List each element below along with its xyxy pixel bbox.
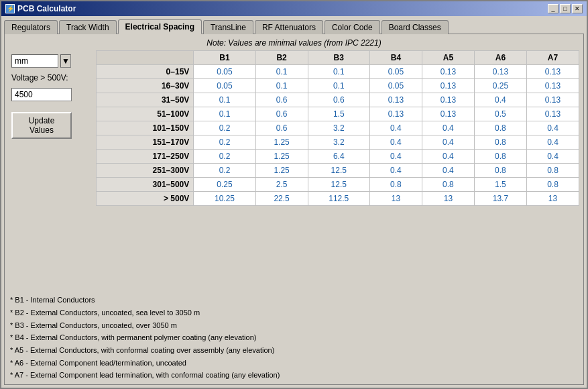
row-header: 51–100V bbox=[97, 107, 194, 121]
cell-a5: 0.13 bbox=[422, 93, 474, 107]
window-title: PCB Calculator bbox=[17, 4, 76, 13]
cell-a6: 0.8 bbox=[474, 121, 526, 135]
window-controls: _ □ ✕ bbox=[548, 4, 583, 13]
col-header-a7: A7 bbox=[526, 51, 579, 65]
cell-b1: 0.2 bbox=[194, 164, 255, 178]
cell-b3: 112.5 bbox=[308, 192, 369, 206]
cell-b3: 3.2 bbox=[308, 135, 369, 150]
cell-b2: 1.25 bbox=[255, 135, 308, 150]
legend-item: * A6 - External Component lead/terminati… bbox=[10, 357, 578, 370]
cell-b2: 0.1 bbox=[255, 65, 308, 79]
close-button[interactable]: ✕ bbox=[572, 4, 583, 13]
voltage-label: Voltage > 500V: bbox=[11, 73, 91, 82]
cell-b3: 0.6 bbox=[308, 93, 369, 107]
table-row: 31–50V0.10.60.60.130.130.40.13 bbox=[97, 93, 579, 107]
dropdown-arrow-icon[interactable]: ▼ bbox=[60, 54, 71, 68]
cell-b2: 0.6 bbox=[255, 107, 308, 121]
tab-regulators[interactable]: Regulators bbox=[4, 20, 58, 34]
legend-item: * B2 - External Conductors, uncoated, se… bbox=[10, 307, 578, 319]
col-header-b3: B3 bbox=[308, 51, 369, 65]
cell-b1: 0.2 bbox=[194, 121, 255, 135]
col-header-b2: B2 bbox=[255, 51, 308, 65]
cell-b4: 0.13 bbox=[369, 107, 422, 121]
cell-a6: 0.13 bbox=[474, 65, 526, 79]
tab-track-width[interactable]: Track Width bbox=[59, 20, 117, 34]
main-section: mm inch ▼ Voltage > 500V: Update Values bbox=[5, 50, 583, 290]
row-header: 301–500V bbox=[97, 178, 194, 192]
cell-b1: 0.05 bbox=[194, 65, 255, 79]
cell-b1: 0.2 bbox=[194, 150, 255, 164]
tab-electrical-spacing[interactable]: Electrical Spacing bbox=[118, 19, 202, 34]
maximize-button[interactable]: □ bbox=[560, 4, 571, 13]
update-values-button[interactable]: Update Values bbox=[11, 112, 72, 139]
cell-b2: 2.5 bbox=[255, 178, 308, 192]
cell-a5: 0.8 bbox=[422, 178, 474, 192]
cell-b3: 3.2 bbox=[308, 121, 369, 135]
cell-b3: 0.1 bbox=[308, 65, 369, 79]
col-header-a5: A5 bbox=[422, 51, 474, 65]
cell-a7: 0.13 bbox=[526, 65, 579, 79]
cell-a7: 13 bbox=[526, 192, 579, 206]
row-header: 151–170V bbox=[97, 135, 194, 150]
cell-a5: 0.13 bbox=[422, 65, 474, 79]
cell-b2: 0.1 bbox=[255, 79, 308, 93]
cell-a7: 0.8 bbox=[526, 178, 579, 192]
voltage-input[interactable] bbox=[11, 88, 72, 101]
cell-a5: 0.13 bbox=[422, 107, 474, 121]
cell-b3: 1.5 bbox=[308, 107, 369, 121]
tab-board-classes[interactable]: Board Classes bbox=[381, 20, 449, 34]
cell-b4: 0.05 bbox=[369, 79, 422, 93]
cell-b4: 0.13 bbox=[369, 93, 422, 107]
cell-b2: 0.6 bbox=[255, 121, 308, 135]
right-panel: B1 B2 B3 B4 A5 A6 A7 0–15V0.050.10.10.05… bbox=[96, 50, 579, 290]
cell-b4: 0.4 bbox=[369, 164, 422, 178]
table-row: 251–300V0.21.2512.50.40.40.80.8 bbox=[97, 164, 579, 178]
legend-section: * B1 - Internal Conductors* B2 - Externa… bbox=[5, 290, 583, 384]
row-header: > 500V bbox=[97, 192, 194, 206]
row-header: 31–50V bbox=[97, 93, 194, 107]
row-header: 0–15V bbox=[97, 65, 194, 79]
unit-select[interactable]: mm inch bbox=[11, 54, 58, 68]
cell-a6: 0.25 bbox=[474, 79, 526, 93]
cell-a7: 0.13 bbox=[526, 107, 579, 121]
spacing-table: B1 B2 B3 B4 A5 A6 A7 0–15V0.050.10.10.05… bbox=[96, 50, 579, 206]
tab-rf-attenuators[interactable]: RF Attenuators bbox=[255, 20, 323, 34]
legend-item: * B1 - Internal Conductors bbox=[10, 294, 578, 307]
cell-a6: 0.5 bbox=[474, 107, 526, 121]
cell-a6: 0.8 bbox=[474, 135, 526, 150]
table-corner bbox=[97, 51, 194, 65]
legend-item: * B3 - External Conductors, uncoated, ov… bbox=[10, 319, 578, 332]
table-row: 16–30V0.050.10.10.050.130.250.13 bbox=[97, 79, 579, 93]
table-row: 0–15V0.050.10.10.050.130.130.13 bbox=[97, 65, 579, 79]
cell-b1: 0.2 bbox=[194, 135, 255, 150]
cell-a5: 0.4 bbox=[422, 135, 474, 150]
app-icon: ⚡ bbox=[5, 4, 15, 13]
title-bar: ⚡ PCB Calculator _ □ ✕ bbox=[1, 1, 587, 16]
table-row: 151–170V0.21.253.20.40.40.80.4 bbox=[97, 135, 579, 150]
tab-transline[interactable]: TransLine bbox=[203, 20, 253, 34]
table-row: 301–500V0.252.512.50.80.81.50.8 bbox=[97, 178, 579, 192]
cell-b2: 1.25 bbox=[255, 150, 308, 164]
cell-a6: 1.5 bbox=[474, 178, 526, 192]
cell-b4: 0.05 bbox=[369, 65, 422, 79]
row-header: 101–150V bbox=[97, 121, 194, 135]
cell-b1: 10.25 bbox=[194, 192, 255, 206]
unit-selector-wrapper: mm inch ▼ bbox=[11, 54, 91, 68]
cell-a7: 0.4 bbox=[526, 135, 579, 150]
cell-b1: 0.25 bbox=[194, 178, 255, 192]
cell-b2: 22.5 bbox=[255, 192, 308, 206]
cell-a5: 0.4 bbox=[422, 150, 474, 164]
cell-a6: 13.7 bbox=[474, 192, 526, 206]
cell-b2: 1.25 bbox=[255, 164, 308, 178]
cell-b1: 0.05 bbox=[194, 79, 255, 93]
col-header-b4: B4 bbox=[369, 51, 422, 65]
cell-b4: 13 bbox=[369, 192, 422, 206]
cell-b3: 6.4 bbox=[308, 150, 369, 164]
cell-a5: 0.4 bbox=[422, 164, 474, 178]
cell-a7: 0.8 bbox=[526, 164, 579, 178]
cell-a7: 0.13 bbox=[526, 93, 579, 107]
row-header: 251–300V bbox=[97, 164, 194, 178]
tab-color-code[interactable]: Color Code bbox=[325, 20, 380, 34]
cell-a5: 13 bbox=[422, 192, 474, 206]
minimize-button[interactable]: _ bbox=[548, 4, 558, 13]
